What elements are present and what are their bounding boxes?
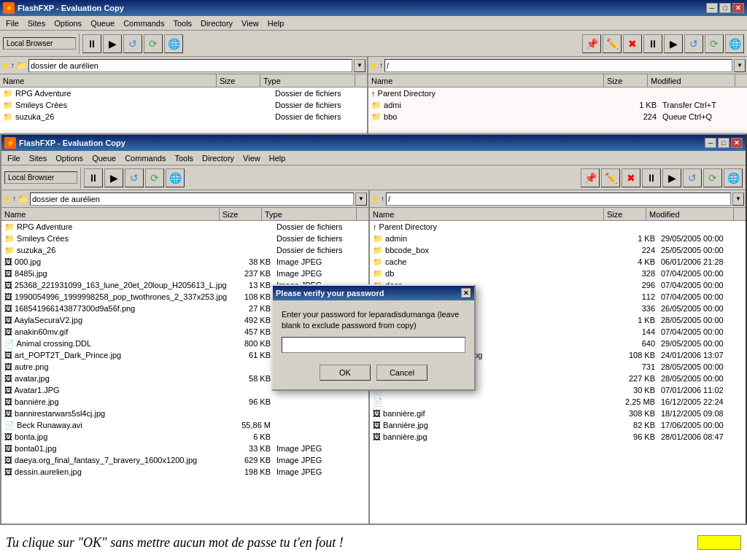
window1-title-bar: ⚡ FlashFXP - Evaluation Copy ─ □ ✕ [0, 0, 747, 16]
dialog-buttons: OK Cancel [282, 365, 465, 381]
file-header-right-1: Name Size Modified [368, 74, 747, 88]
dialog-close-button[interactable]: ✕ [461, 288, 471, 298]
file-list-left-1: 📁 RPG AdventureDossier de fichiers 📁 Smi… [0, 88, 367, 133]
menu-commands[interactable]: Commands [119, 18, 169, 29]
edit-btn-r1[interactable]: ✏️ [603, 34, 622, 53]
menu-tools[interactable]: Tools [169, 18, 196, 29]
addr-dropdown-left-1[interactable]: ▼ [354, 59, 365, 72]
addr-up-r1[interactable]: ↑ [379, 61, 383, 69]
menu-file[interactable]: File [1, 18, 23, 29]
password-input[interactable] [282, 337, 465, 353]
dialog-title-text: Please verify your password [276, 289, 384, 298]
cancel-button[interactable]: Cancel [376, 365, 427, 381]
menu-view[interactable]: View [237, 18, 263, 29]
menu-queue[interactable]: Queue [86, 18, 119, 29]
sync-btn-1[interactable]: ⟳ [144, 34, 163, 53]
file-row[interactable]: 📁 admi1 KBTransfer Ctrl+T [368, 99, 747, 111]
play-btn-r1[interactable]: ▶ [664, 34, 683, 53]
menu-directory[interactable]: Directory [196, 18, 237, 29]
status-yellow-indicator [697, 535, 741, 550]
globe-btn-r1[interactable]: 🌐 [725, 34, 744, 53]
file-list-right-1: ↑ Parent Directory 📁 admi1 KBTransfer Ct… [368, 88, 747, 133]
dialog-body: Enter your password for leparadisdumanga… [273, 300, 474, 390]
col-mod-right-1[interactable]: Modified [648, 74, 735, 87]
pause-btn-r1[interactable]: ⏸ [643, 34, 662, 53]
app-icon: ⚡ [3, 2, 15, 14]
close-button[interactable]: ✕ [732, 3, 744, 13]
window1-toolbar: Local Browser ⏸ ▶ ↺ ⟳ 🌐 📌 ✏️ ✖ ⏸ ▶ ↺ ⟳ 🌐 [0, 31, 747, 57]
minimize-button[interactable]: ─ [706, 3, 718, 13]
status-text: Tu clique sur "OK" sans mettre aucun mot… [6, 535, 344, 551]
play-btn-1[interactable]: ▶ [103, 34, 122, 53]
menu-help[interactable]: Help [263, 18, 289, 29]
window2: ⚡ FlashFXP - Evaluation Copy ─ □ ✕ File … [0, 133, 747, 542]
menu-options[interactable]: Options [50, 18, 86, 29]
file-row[interactable]: 📁 Smileys CréesDossier de fichiers [0, 99, 367, 111]
address-bar-right-1: ★ ↑ ▼ [368, 57, 747, 74]
addr-up-1[interactable]: ↑ [11, 61, 15, 69]
refresh-btn-1[interactable]: ↺ [123, 34, 142, 53]
addr-input-left-1[interactable] [28, 59, 352, 72]
col-size-right-1[interactable]: Size [604, 74, 648, 87]
local-browser-label-1: Local Browser [3, 37, 76, 50]
window1-controls: ─ □ ✕ [706, 3, 744, 13]
window1-menu-bar: File Sites Options Queue Commands Tools … [0, 16, 747, 31]
stop-btn-r1[interactable]: ✖ [623, 34, 642, 53]
dialog-overlay: Please verify your password ✕ Enter your… [1, 135, 746, 540]
dialog-message: Enter your password for leparadisdumanga… [282, 309, 465, 332]
file-row[interactable]: 📁 bbo224Queue Ctrl+Q [368, 111, 747, 122]
file-row[interactable]: 📁 RPG AdventureDossier de fichiers [0, 88, 367, 99]
menu-sites[interactable]: Sites [23, 18, 50, 29]
col-type-left-1[interactable]: Type [260, 74, 355, 87]
addr-dropdown-right-1[interactable]: ▼ [734, 59, 746, 72]
file-header-left-1: Name Size Type [0, 74, 367, 88]
window1-title: FlashFXP - Evaluation Copy [18, 4, 124, 12]
pause-btn-1[interactable]: ⏸ [82, 34, 101, 53]
password-dialog: Please verify your password ✕ Enter your… [271, 284, 476, 392]
fav-star-1[interactable]: ★ [1, 61, 9, 71]
refresh-btn-r1[interactable]: ↺ [684, 34, 703, 53]
toolbar-sep-1 [79, 34, 80, 54]
addr-input-right-1[interactable] [384, 59, 732, 72]
pin-btn-r1[interactable]: 📌 [582, 34, 601, 53]
file-row[interactable]: ↑ Parent Directory [368, 88, 747, 99]
col-name-left-1[interactable]: Name [0, 74, 217, 87]
file-row[interactable]: 📁 suzuka_26Dossier de fichiers [0, 111, 367, 122]
ok-button[interactable]: OK [320, 365, 371, 381]
col-name-right-1[interactable]: Name [368, 74, 604, 87]
address-bar-left-1: ★ ↑ 📁 ▼ [0, 57, 367, 74]
col-size-left-1[interactable]: Size [217, 74, 260, 87]
sync-btn-r1[interactable]: ⟳ [705, 34, 724, 53]
maximize-button[interactable]: □ [719, 3, 731, 13]
globe-btn-1[interactable]: 🌐 [164, 34, 183, 53]
dialog-title-bar: Please verify your password ✕ [273, 286, 474, 300]
status-bar: Tu clique sur "OK" sans mettre aucun mot… [0, 524, 747, 560]
fav-star-r1[interactable]: ★ [370, 61, 378, 71]
addr-folder-1: 📁 [16, 61, 27, 71]
